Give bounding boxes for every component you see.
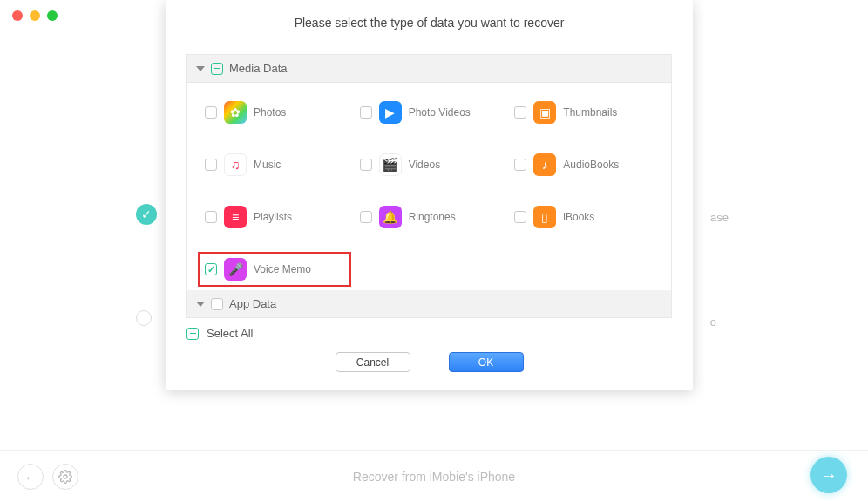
ibooks-icon: ▯ [533,206,556,228]
item-audiobooks[interactable]: ♪ AudioBooks [509,149,659,180]
checkbox-ringtones[interactable] [360,211,372,223]
label-ringtones: Ringtones [409,211,456,223]
next-button[interactable]: → [810,457,847,493]
settings-button[interactable] [52,464,78,490]
footer-text: Recover from iMobie's iPhone [353,470,515,484]
checkbox-photo-videos[interactable] [360,106,372,119]
section-header-app[interactable]: App Data [187,290,671,317]
bg-text-1: ase [710,211,729,224]
app-section-checkbox[interactable] [211,298,223,310]
svg-point-0 [64,475,67,478]
label-photos: Photos [254,106,286,119]
label-ibooks: iBooks [563,211,594,223]
step-check-icon: ✓ [136,204,157,225]
label-playlists: Playlists [254,211,292,223]
videos-icon: 🎬 [379,153,402,176]
app-section-title: App Data [229,297,276,310]
recover-type-dialog: Please select the type of data you want … [166,0,693,390]
item-photos[interactable]: ✿ Photos [200,97,349,128]
chevron-down-icon [196,66,205,71]
item-voice-memo[interactable]: ✓ 🎤 Voice Memo [198,252,351,287]
checkbox-thumbnails[interactable] [514,106,526,119]
audiobooks-icon: ♪ [533,153,556,176]
select-all-checkbox[interactable] [186,328,199,340]
label-audiobooks: AudioBooks [563,159,619,171]
chevron-down-icon [196,302,205,307]
label-music: Music [254,159,281,171]
item-music[interactable]: ♫ Music [200,149,349,180]
media-section-checkbox[interactable] [211,63,223,75]
checkbox-audiobooks[interactable] [514,159,526,171]
footer-bar: Recover from iMobie's iPhone [0,450,868,502]
media-section-title: Media Data [229,62,287,75]
back-button[interactable]: ← [17,464,44,490]
checkbox-photos[interactable] [205,106,217,119]
label-voice-memo: Voice Memo [254,263,311,275]
checkbox-ibooks[interactable] [514,211,526,223]
select-all-label: Select All [207,327,253,340]
photo-videos-icon: ▶ [379,101,402,124]
item-ringtones[interactable]: 🔔 Ringtones [355,201,505,233]
voice-memo-icon: 🎤 [224,258,247,281]
section-header-media[interactable]: Media Data [187,55,671,83]
checkbox-voice-memo[interactable]: ✓ [205,263,217,275]
data-type-sections: Media Data ✿ Photos ▶ Photo Videos ▣ Thu… [186,54,672,318]
media-items-grid: ✿ Photos ▶ Photo Videos ▣ Thumbnails ♫ M… [187,83,671,290]
photos-icon: ✿ [224,101,247,124]
bg-text-2: o [710,315,716,329]
item-videos[interactable]: 🎬 Videos [355,149,505,180]
thumbnails-icon: ▣ [533,101,556,124]
select-all-row[interactable]: Select All [186,327,672,340]
checkbox-music[interactable] [205,159,217,171]
item-playlists[interactable]: ≡ Playlists [200,201,349,233]
music-icon: ♫ [224,153,247,176]
dialog-buttons: Cancel OK [166,352,693,372]
item-ibooks[interactable]: ▯ iBooks [509,201,659,233]
window-controls [12,10,58,21]
step-radio-icon [136,310,152,326]
playlists-icon: ≡ [224,206,247,228]
label-videos: Videos [409,159,440,171]
label-thumbnails: Thumbnails [563,106,617,119]
checkbox-videos[interactable] [360,159,372,171]
window-close-button[interactable] [12,10,23,21]
item-photo-videos[interactable]: ▶ Photo Videos [355,97,505,128]
gear-icon [58,470,72,484]
ringtones-icon: 🔔 [379,206,402,228]
ok-button[interactable]: OK [449,352,524,372]
label-photo-videos: Photo Videos [409,106,471,119]
item-thumbnails[interactable]: ▣ Thumbnails [509,97,659,128]
checkbox-playlists[interactable] [205,211,217,223]
cancel-button[interactable]: Cancel [336,352,410,372]
dialog-title: Please select the type of data you want … [166,16,693,30]
window-minimize-button[interactable] [30,10,40,21]
window-maximize-button[interactable] [47,10,58,21]
